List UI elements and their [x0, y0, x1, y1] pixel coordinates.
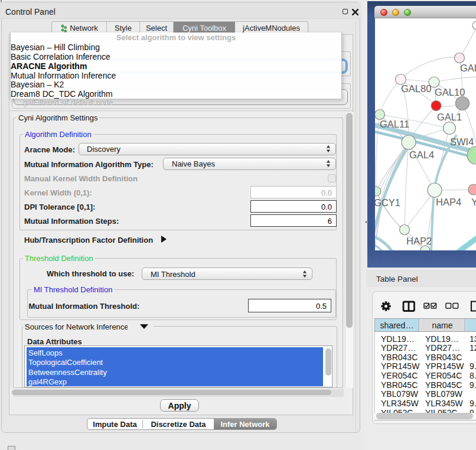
svg-text:YD: YD: [471, 197, 476, 207]
svg-text:HAP2: HAP2: [406, 236, 432, 246]
svg-text:GCY1: GCY1: [375, 197, 400, 208]
svg-text:GAL1: GAL1: [437, 112, 462, 122]
svg-text:GAL4: GAL4: [409, 149, 434, 160]
svg-text:SWI4: SWI4: [450, 136, 474, 147]
svg-text:GAL11: GAL11: [380, 119, 409, 129]
svg-text:GAL10: GAL10: [435, 87, 465, 97]
svg-text:HAP4: HAP4: [436, 197, 461, 207]
svg-text:GAL80: GAL80: [401, 83, 431, 94]
svg-text:GAL2: GAL2: [460, 63, 476, 73]
